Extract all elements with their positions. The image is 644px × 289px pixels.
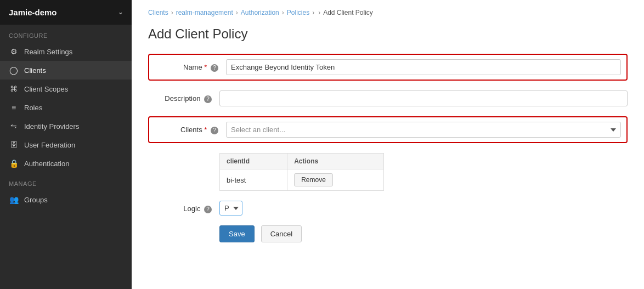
logic-info-icon[interactable]: ? <box>204 206 212 213</box>
description-label: Description ? <box>148 90 219 103</box>
identity-providers-icon: ⇋ <box>9 122 19 131</box>
breadcrumb-realm-management[interactable]: realm-management <box>176 9 233 16</box>
realm-selector[interactable]: Jamie-demo ⌄ <box>0 0 132 25</box>
save-button[interactable]: Save <box>219 225 255 242</box>
breadcrumb: Clients › realm-management › Authorizati… <box>148 9 628 16</box>
clients-select[interactable]: Select an client... <box>226 122 621 138</box>
sidebar-item-label: Identity Providers <box>24 122 79 131</box>
clients-field-group: Clients * ? Select an client... <box>148 116 628 143</box>
manage-section-label: Manage <box>0 173 132 190</box>
sidebar-item-realm-settings[interactable]: ⚙ Realm Settings <box>0 42 132 61</box>
sidebar-item-identity-providers[interactable]: ⇋ Identity Providers <box>0 117 132 135</box>
description-info-icon[interactable]: ? <box>204 95 212 103</box>
clients-label: Clients * ? <box>155 126 226 134</box>
clients-info-icon[interactable]: ? <box>211 127 218 134</box>
remove-button[interactable]: Remove <box>294 173 333 186</box>
user-federation-icon: 🗄 <box>9 140 19 149</box>
breadcrumb-clients[interactable]: Clients <box>148 9 168 16</box>
breadcrumb-sep-1: › <box>171 9 173 16</box>
logic-field-group: Logic ? P N <box>148 201 628 216</box>
sidebar-item-client-scopes[interactable]: ⌘ Client Scopes <box>0 80 132 98</box>
sidebar-item-label: Authentication <box>24 160 69 168</box>
cancel-button[interactable]: Cancel <box>261 225 302 242</box>
name-info-icon[interactable]: ? <box>211 64 218 72</box>
sidebar-item-groups[interactable]: 👥 Groups <box>0 190 132 209</box>
sidebar-item-label: Realm Settings <box>24 48 72 56</box>
description-input[interactable] <box>219 90 628 106</box>
breadcrumb-sep-3: › <box>282 9 284 16</box>
logic-control-wrap: P N <box>219 201 628 216</box>
sidebar-item-label: Clients <box>24 66 46 75</box>
sidebar-item-authentication[interactable]: 🔒 Authentication <box>0 154 132 173</box>
sidebar-item-label: User Federation <box>24 141 75 149</box>
sidebar: Jamie-demo ⌄ Configure ⚙ Realm Settings … <box>0 0 132 289</box>
logic-label: Logic ? <box>148 201 219 213</box>
groups-icon: 👥 <box>9 195 19 204</box>
sidebar-item-clients[interactable]: ◯ Clients <box>0 61 132 80</box>
clients-table: clientId Actions bi-test Remove <box>219 153 384 191</box>
main-content: Clients › realm-management › Authorizati… <box>132 0 644 289</box>
sidebar-item-label: Roles <box>24 104 42 112</box>
roles-icon: ≡ <box>9 103 19 112</box>
table-header-actions: Actions <box>287 154 384 169</box>
page-title: Add Client Policy <box>148 26 628 42</box>
clients-required-marker: * <box>204 126 207 134</box>
breadcrumb-sep-5: › <box>318 9 320 16</box>
description-field-group: Description ? <box>148 90 628 106</box>
client-scopes-icon: ⌘ <box>9 84 19 93</box>
sidebar-item-roles[interactable]: ≡ Roles <box>0 98 132 117</box>
action-row: Save Cancel <box>219 225 628 242</box>
description-control-wrap <box>219 90 628 106</box>
sidebar-item-label: Groups <box>24 196 48 204</box>
table-cell-clientid: bi-test <box>220 169 287 191</box>
table-row: bi-test Remove <box>220 169 384 191</box>
chevron-down-icon: ⌄ <box>118 9 123 16</box>
configure-section-label: Configure <box>0 25 132 42</box>
breadcrumb-sep-4: › <box>312 9 314 16</box>
sidebar-item-label: Client Scopes <box>24 85 68 93</box>
name-label: Name * ? <box>155 63 226 72</box>
name-input[interactable] <box>226 59 621 75</box>
table-cell-action: Remove <box>287 169 384 191</box>
logic-select[interactable]: P N <box>219 201 242 216</box>
name-required-marker: * <box>204 63 207 71</box>
authentication-icon: 🔒 <box>9 159 19 168</box>
realm-name: Jamie-demo <box>9 8 57 17</box>
breadcrumb-sep-2: › <box>236 9 238 16</box>
clients-control-wrap: Select an client... <box>226 122 621 138</box>
table-header-clientid: clientId <box>220 154 287 169</box>
name-control-wrap <box>226 59 621 75</box>
clients-icon: ◯ <box>9 66 19 75</box>
breadcrumb-authorization[interactable]: Authorization <box>241 9 279 16</box>
name-field-group: Name * ? <box>148 54 628 81</box>
settings-icon: ⚙ <box>9 47 19 56</box>
breadcrumb-policies[interactable]: Policies <box>287 9 309 16</box>
sidebar-item-user-federation[interactable]: 🗄 User Federation <box>0 135 132 154</box>
breadcrumb-current: Add Client Policy <box>323 9 373 16</box>
